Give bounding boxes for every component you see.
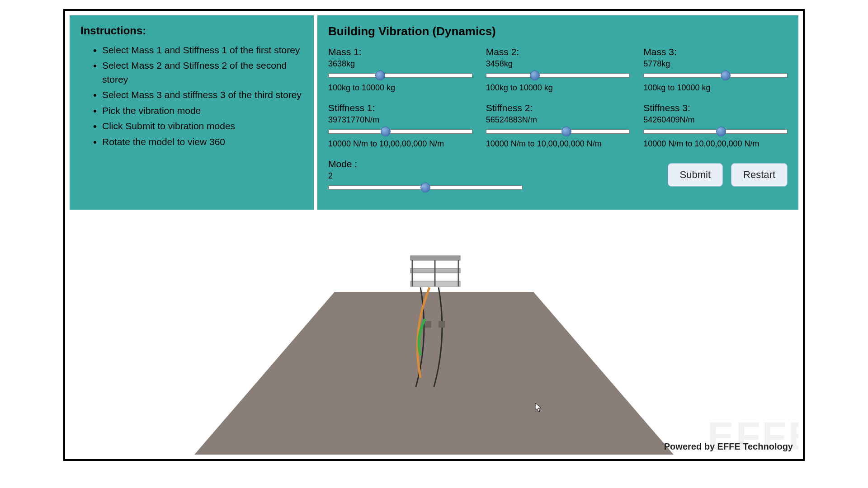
- button-area: Submit Restart: [541, 159, 788, 187]
- slider-thumb[interactable]: [721, 70, 731, 80]
- slider-track: [643, 129, 788, 134]
- slider-thumb[interactable]: [716, 127, 726, 136]
- mass3-slider[interactable]: [643, 71, 788, 80]
- mode-label: Mode :: [328, 159, 523, 169]
- slider-track: [643, 73, 788, 78]
- instruction-item: Pick the vibration mode: [102, 104, 303, 117]
- top-row: Instructions: Select Mass 1 and Stiffnes…: [70, 15, 798, 210]
- bottom-controls: Mode : 2 Submit Restart: [328, 159, 788, 192]
- instructions-title: Instructions:: [80, 24, 303, 37]
- footer-credit: Powered by EFFE Technology: [664, 441, 793, 452]
- svg-marker-0: [194, 292, 674, 455]
- stiff1-block: Stiffness 1: 39731770N/m 10000 N/m to 10…: [328, 103, 472, 149]
- mass2-range: 100kg to 10000 kg: [486, 83, 630, 93]
- stiff2-value: 56524883N/m: [486, 115, 630, 125]
- svg-rect-8: [439, 321, 445, 328]
- restart-button[interactable]: Restart: [731, 163, 788, 187]
- slider-track: [328, 73, 472, 78]
- mass2-slider[interactable]: [486, 71, 630, 80]
- mass3-block: Mass 3: 5778kg 100kg to 10000 kg: [643, 47, 788, 93]
- stiff3-label: Stiffness 3:: [643, 103, 788, 113]
- stiff2-block: Stiffness 2: 56524883N/m 10000 N/m to 10…: [486, 103, 630, 149]
- mode-value: 2: [328, 171, 523, 181]
- slider-thumb[interactable]: [420, 183, 430, 192]
- instructions-panel: Instructions: Select Mass 1 and Stiffnes…: [70, 15, 314, 210]
- model-scene-icon: [185, 220, 683, 455]
- stiff2-label: Stiffness 2:: [486, 103, 630, 113]
- model-viewport[interactable]: EFFE TECHNOLOGY: [70, 213, 798, 455]
- mode-block: Mode : 2: [328, 159, 523, 192]
- instruction-item: Select Mass 1 and Stiffness 1 of the fir…: [102, 43, 303, 57]
- instruction-item: Select Mass 3 and stiffness 3 of the thi…: [102, 88, 303, 102]
- slider-thumb[interactable]: [561, 127, 571, 136]
- mass3-range: 100kg to 10000 kg: [643, 83, 788, 93]
- slider-thumb[interactable]: [375, 70, 385, 80]
- stiff3-value: 54260409N/m: [643, 115, 788, 125]
- cursor-icon: [535, 403, 542, 412]
- mass1-slider[interactable]: [328, 71, 472, 80]
- mass1-block: Mass 1: 3638kg 100kg to 10000 kg: [328, 47, 472, 93]
- mass2-value: 3458kg: [486, 59, 630, 69]
- mass2-block: Mass 2: 3458kg 100kg to 10000 kg: [486, 47, 630, 93]
- svg-rect-1: [410, 256, 460, 260]
- stiff3-slider[interactable]: [643, 127, 788, 136]
- stiff1-range: 10000 N/m to 10,00,00,000 N/m: [328, 139, 472, 149]
- stiff2-range: 10000 N/m to 10,00,00,000 N/m: [486, 139, 630, 149]
- mass1-value: 3638kg: [328, 59, 472, 69]
- stiff1-label: Stiffness 1:: [328, 103, 472, 113]
- controls-title: Building Vibration (Dynamics): [328, 24, 788, 38]
- stiff2-slider[interactable]: [486, 127, 630, 136]
- slider-thumb[interactable]: [530, 70, 540, 80]
- svg-rect-7: [425, 321, 431, 328]
- mass3-value: 5778kg: [643, 59, 788, 69]
- stiff3-block: Stiffness 3: 54260409N/m 10000 N/m to 10…: [643, 103, 788, 149]
- slider-grid: Mass 1: 3638kg 100kg to 10000 kg Mass 2:…: [328, 47, 788, 149]
- mass1-range: 100kg to 10000 kg: [328, 83, 472, 93]
- mass1-label: Mass 1:: [328, 47, 472, 57]
- instruction-item: Click Submit to vibration modes: [102, 119, 303, 133]
- svg-marker-9: [535, 403, 541, 412]
- instructions-list: Select Mass 1 and Stiffness 1 of the fir…: [80, 43, 303, 149]
- slider-track: [486, 129, 630, 134]
- slider-thumb[interactable]: [381, 127, 391, 136]
- submit-button[interactable]: Submit: [668, 163, 723, 187]
- controls-panel: Building Vibration (Dynamics) Mass 1: 36…: [317, 15, 798, 210]
- stiff1-value: 39731770N/m: [328, 115, 472, 125]
- stiff1-slider[interactable]: [328, 127, 472, 136]
- app-frame: Instructions: Select Mass 1 and Stiffnes…: [63, 9, 805, 461]
- mass2-label: Mass 2:: [486, 47, 630, 57]
- slider-track: [486, 73, 630, 78]
- stiff3-range: 10000 N/m to 10,00,00,000 N/m: [643, 139, 788, 149]
- instruction-item: Rotate the model to view 360: [102, 135, 303, 149]
- instruction-item: Select Mass 2 and Stiffness 2 of the sec…: [102, 59, 303, 86]
- slider-track: [328, 129, 472, 134]
- mass3-label: Mass 3:: [643, 47, 788, 57]
- mode-slider[interactable]: [328, 183, 523, 192]
